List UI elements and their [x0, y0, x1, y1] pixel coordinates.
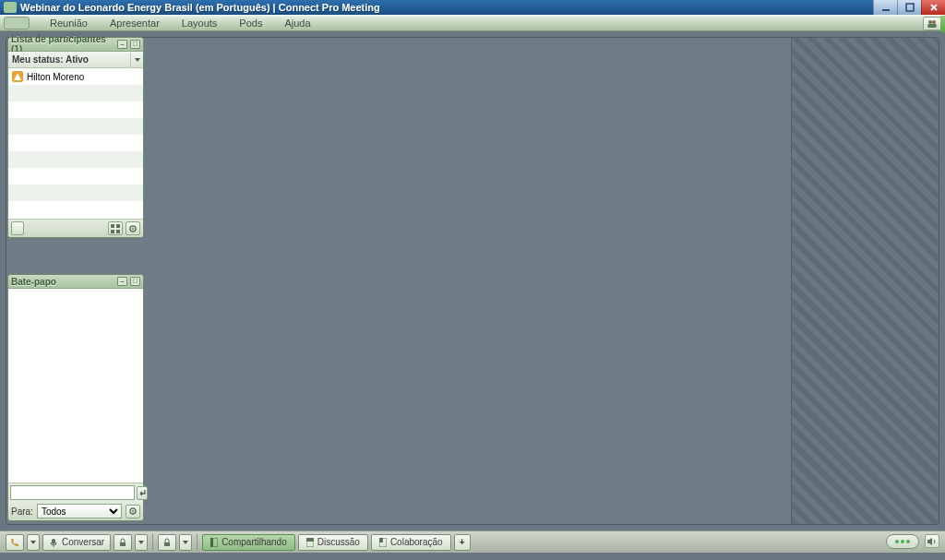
svg-rect-17 — [210, 538, 213, 547]
my-status-row: Meu status: Ativo — [8, 52, 143, 68]
layout-label: Colaboração — [390, 537, 443, 547]
svg-rect-0 — [882, 9, 890, 11]
separator — [152, 534, 153, 551]
talk-button[interactable]: Conversar — [42, 534, 111, 551]
layout-icon — [306, 538, 314, 547]
menu-reuniao[interactable]: Reunião — [39, 18, 99, 29]
talk-lock-button[interactable] — [114, 534, 132, 551]
svg-rect-14 — [120, 542, 126, 546]
participant-row-empty — [8, 118, 143, 135]
pod-options-button[interactable] — [126, 221, 140, 235]
svg-rect-13 — [52, 539, 55, 544]
participants-list[interactable]: Hilton Moreno — [8, 68, 143, 219]
product-logo — [4, 17, 30, 30]
svg-rect-19 — [306, 538, 314, 542]
svg-rect-4 — [927, 24, 937, 28]
grid-icon — [111, 224, 120, 233]
menu-ajuda[interactable]: Ajuda — [273, 18, 321, 29]
menu-layouts[interactable]: Layouts — [171, 18, 229, 29]
menu-apresentar[interactable]: Apresentar — [99, 18, 171, 29]
participant-view-button[interactable] — [108, 221, 123, 235]
chat-input[interactable] — [10, 485, 135, 500]
svg-point-2 — [928, 20, 932, 24]
participants-pod: Lista de participantes (1) – □ Meu statu… — [7, 37, 144, 238]
pod-minimize-button[interactable]: – — [117, 40, 127, 49]
phone-icon — [9, 537, 20, 548]
lock-icon — [162, 538, 172, 547]
volume-button[interactable] — [925, 534, 939, 548]
share-dropdown[interactable] — [179, 534, 192, 551]
talk-button-label: Conversar — [62, 537, 104, 547]
chat-to-select[interactable]: Todos — [37, 504, 122, 518]
share-stage[interactable] — [6, 37, 939, 525]
participant-role-button[interactable] — [11, 221, 24, 235]
chevron-down-icon — [30, 541, 36, 544]
participants-pod-titlebar[interactable]: Lista de participantes (1) – □ — [8, 38, 143, 52]
offstage-area — [791, 38, 939, 524]
window-title: Webinar do Leonardo Energy Brasil (em Po… — [20, 2, 873, 13]
chat-options-button[interactable] — [126, 505, 140, 518]
participant-row-empty — [8, 101, 143, 118]
app-icon — [4, 2, 17, 13]
chat-to-label: Para: — [11, 506, 33, 517]
svg-point-12 — [132, 510, 134, 512]
menu-bar: Reunião Apresentar Layouts Pods Ajuda — [0, 15, 945, 31]
chat-pod-title: Bate-papo — [11, 277, 56, 287]
microphone-icon — [49, 538, 58, 547]
status-dot-green — [895, 540, 899, 543]
svg-rect-1 — [906, 4, 914, 11]
connection-status-button[interactable] — [923, 17, 941, 30]
my-status-dropdown[interactable] — [130, 53, 143, 67]
layout-label: Compartilhando — [221, 537, 287, 547]
svg-rect-21 — [379, 538, 383, 542]
connection-indicator[interactable] — [886, 534, 919, 549]
window-minimize-button[interactable] — [873, 0, 897, 15]
my-status-label: Meu status: Ativo — [12, 54, 89, 65]
window-close-button[interactable] — [921, 0, 945, 15]
people-icon — [927, 19, 938, 29]
window-titlebar: Webinar do Leonardo Energy Brasil (em Po… — [0, 0, 945, 15]
chat-send-button[interactable] — [137, 486, 148, 500]
chat-messages-area[interactable] — [8, 289, 143, 483]
chevron-down-icon — [135, 58, 140, 62]
participant-row-empty — [8, 185, 143, 201]
participant-row-empty — [8, 85, 143, 101]
menu-pods[interactable]: Pods — [228, 18, 273, 29]
voice-button[interactable] — [6, 534, 24, 551]
svg-point-3 — [932, 20, 936, 24]
chevron-down-icon — [138, 541, 144, 544]
svg-rect-6 — [116, 224, 120, 228]
pod-maximize-button[interactable]: □ — [130, 277, 140, 286]
add-layout-button[interactable]: + — [454, 534, 471, 551]
chat-pod-titlebar[interactable]: Bate-papo – □ — [8, 275, 143, 289]
lock-icon — [118, 538, 127, 547]
status-dot-green — [901, 540, 904, 543]
host-icon — [12, 71, 23, 82]
layout-discussion-button[interactable]: Discussão — [298, 534, 368, 551]
talk-dropdown[interactable] — [135, 534, 148, 551]
participant-row[interactable]: Hilton Moreno — [8, 68, 143, 85]
gear-icon — [128, 224, 138, 233]
svg-rect-5 — [111, 224, 114, 228]
participant-row-empty — [8, 151, 143, 168]
layout-sharing-button[interactable]: Compartilhando — [202, 534, 295, 551]
speaker-icon — [927, 537, 938, 546]
bandwidth-indicator — [940, 16, 945, 32]
share-lock-button[interactable] — [158, 534, 176, 551]
return-icon — [138, 489, 147, 497]
window-maximize-button[interactable] — [897, 0, 921, 15]
participant-row-empty — [8, 201, 143, 218]
voice-dropdown[interactable] — [27, 534, 40, 551]
pod-minimize-button[interactable]: – — [117, 277, 127, 286]
chat-pod: Bate-papo – □ Para: Todos — [7, 274, 144, 521]
participant-name: Hilton Moreno — [27, 72, 84, 82]
svg-rect-15 — [164, 542, 170, 546]
chat-to-row: Para: Todos — [8, 502, 143, 520]
pod-maximize-button[interactable]: □ — [130, 40, 140, 49]
layout-collaboration-button[interactable]: Colaboração — [371, 534, 451, 551]
participant-row-empty — [8, 135, 143, 151]
participant-row-empty — [8, 168, 143, 185]
separator — [197, 534, 197, 551]
bottom-toolbar: Conversar Compartilhando Discussão Colab… — [0, 530, 945, 553]
svg-rect-8 — [116, 230, 120, 233]
